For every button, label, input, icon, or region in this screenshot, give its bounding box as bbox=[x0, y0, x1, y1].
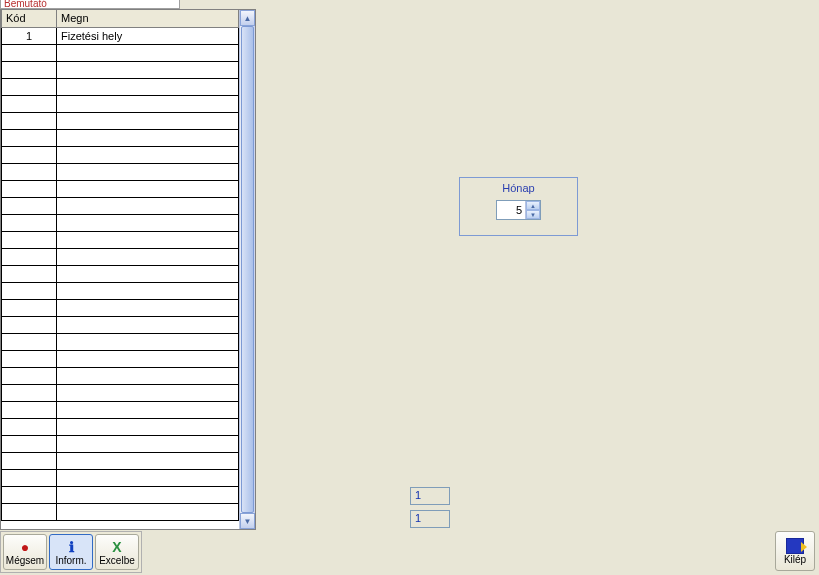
cell-megn[interactable] bbox=[57, 112, 239, 129]
cell-kod[interactable] bbox=[2, 282, 57, 299]
cell-megn[interactable] bbox=[57, 299, 239, 316]
cell-megn[interactable] bbox=[57, 435, 239, 452]
scroll-up-button[interactable]: ▲ bbox=[240, 10, 255, 26]
cell-megn[interactable] bbox=[57, 316, 239, 333]
cell-megn[interactable] bbox=[57, 367, 239, 384]
table-row[interactable] bbox=[2, 282, 239, 299]
table-row[interactable] bbox=[2, 452, 239, 469]
month-input[interactable] bbox=[497, 201, 525, 219]
cell-kod[interactable] bbox=[2, 503, 57, 520]
table-row[interactable] bbox=[2, 384, 239, 401]
table-row[interactable] bbox=[2, 61, 239, 78]
cell-kod[interactable] bbox=[2, 452, 57, 469]
cell-kod[interactable] bbox=[2, 248, 57, 265]
cell-kod[interactable] bbox=[2, 316, 57, 333]
cell-kod[interactable] bbox=[2, 333, 57, 350]
table-row[interactable] bbox=[2, 316, 239, 333]
table-row[interactable] bbox=[2, 367, 239, 384]
spin-down-button[interactable]: ▼ bbox=[526, 210, 540, 219]
col-header-megn[interactable]: Megn bbox=[57, 10, 239, 27]
cell-kod[interactable] bbox=[2, 180, 57, 197]
cell-kod[interactable] bbox=[2, 367, 57, 384]
cell-kod[interactable]: 1 bbox=[2, 27, 57, 44]
cell-kod[interactable] bbox=[2, 384, 57, 401]
cell-kod[interactable] bbox=[2, 299, 57, 316]
cell-kod[interactable] bbox=[2, 61, 57, 78]
cell-megn[interactable] bbox=[57, 469, 239, 486]
table-row[interactable] bbox=[2, 78, 239, 95]
table-row[interactable] bbox=[2, 486, 239, 503]
col-header-kod[interactable]: Kód bbox=[2, 10, 57, 27]
cell-kod[interactable] bbox=[2, 44, 57, 61]
cell-megn[interactable] bbox=[57, 231, 239, 248]
table-row[interactable] bbox=[2, 146, 239, 163]
cell-kod[interactable] bbox=[2, 265, 57, 282]
cell-kod[interactable] bbox=[2, 401, 57, 418]
cell-kod[interactable] bbox=[2, 95, 57, 112]
table-row[interactable] bbox=[2, 129, 239, 146]
cell-megn[interactable] bbox=[57, 146, 239, 163]
cell-kod[interactable] bbox=[2, 129, 57, 146]
scroll-down-button[interactable]: ▼ bbox=[240, 513, 255, 529]
cell-megn[interactable] bbox=[57, 129, 239, 146]
cell-kod[interactable] bbox=[2, 146, 57, 163]
excel-button[interactable]: X Excelbe bbox=[95, 534, 139, 570]
cell-megn[interactable] bbox=[57, 486, 239, 503]
table-row[interactable] bbox=[2, 299, 239, 316]
table-row[interactable] bbox=[2, 231, 239, 248]
table-row[interactable] bbox=[2, 469, 239, 486]
table-row[interactable] bbox=[2, 197, 239, 214]
cell-megn[interactable] bbox=[57, 265, 239, 282]
exit-button[interactable]: Kilép bbox=[775, 531, 815, 571]
cell-kod[interactable] bbox=[2, 486, 57, 503]
cell-megn[interactable] bbox=[57, 503, 239, 520]
table-row[interactable] bbox=[2, 401, 239, 418]
cell-kod[interactable] bbox=[2, 78, 57, 95]
cell-megn[interactable] bbox=[57, 248, 239, 265]
cell-megn[interactable] bbox=[57, 452, 239, 469]
cell-kod[interactable] bbox=[2, 163, 57, 180]
cell-megn[interactable] bbox=[57, 78, 239, 95]
cell-kod[interactable] bbox=[2, 350, 57, 367]
cell-megn[interactable] bbox=[57, 418, 239, 435]
tab-remnant[interactable]: Bemutató bbox=[0, 0, 180, 9]
cell-megn[interactable] bbox=[57, 350, 239, 367]
table-row[interactable] bbox=[2, 112, 239, 129]
cell-megn[interactable] bbox=[57, 197, 239, 214]
table-row[interactable] bbox=[2, 248, 239, 265]
cell-megn[interactable] bbox=[57, 44, 239, 61]
cell-megn[interactable] bbox=[57, 401, 239, 418]
cell-kod[interactable] bbox=[2, 469, 57, 486]
cell-megn[interactable] bbox=[57, 163, 239, 180]
cell-megn[interactable] bbox=[57, 282, 239, 299]
table-row[interactable] bbox=[2, 418, 239, 435]
table-row[interactable]: 1Fizetési hely bbox=[2, 27, 239, 44]
cell-kod[interactable] bbox=[2, 197, 57, 214]
table-vertical-scrollbar[interactable]: ▲ ▼ bbox=[239, 10, 255, 529]
cell-megn[interactable] bbox=[57, 95, 239, 112]
table-row[interactable] bbox=[2, 44, 239, 61]
cell-kod[interactable] bbox=[2, 112, 57, 129]
cell-megn[interactable] bbox=[57, 61, 239, 78]
cell-megn[interactable] bbox=[57, 180, 239, 197]
table-row[interactable] bbox=[2, 214, 239, 231]
table-row[interactable] bbox=[2, 333, 239, 350]
table-row[interactable] bbox=[2, 180, 239, 197]
table-row[interactable] bbox=[2, 163, 239, 180]
info-button[interactable]: ℹ Inform. bbox=[49, 534, 93, 570]
cancel-button[interactable]: ● Mégsem bbox=[3, 534, 47, 570]
cell-kod[interactable] bbox=[2, 231, 57, 248]
cell-megn[interactable] bbox=[57, 333, 239, 350]
cell-megn[interactable] bbox=[57, 214, 239, 231]
cell-megn[interactable] bbox=[57, 384, 239, 401]
cell-kod[interactable] bbox=[2, 214, 57, 231]
table-row[interactable] bbox=[2, 265, 239, 282]
scroll-thumb[interactable] bbox=[241, 26, 254, 513]
table-row[interactable] bbox=[2, 95, 239, 112]
cell-megn[interactable]: Fizetési hely bbox=[57, 27, 239, 44]
spin-up-button[interactable]: ▲ bbox=[526, 201, 540, 210]
cell-kod[interactable] bbox=[2, 418, 57, 435]
table-row[interactable] bbox=[2, 435, 239, 452]
cell-kod[interactable] bbox=[2, 435, 57, 452]
table-row[interactable] bbox=[2, 503, 239, 520]
